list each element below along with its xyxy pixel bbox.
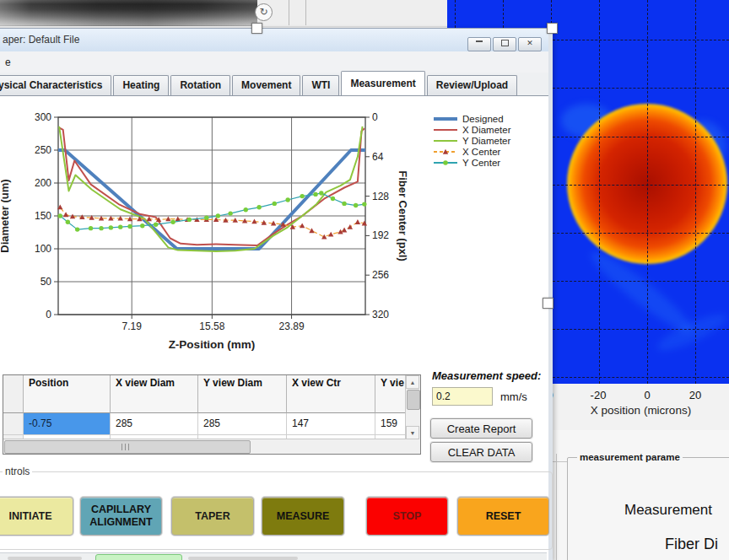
top-toolbar-panel bbox=[257, 0, 447, 27]
heatmap-gridline bbox=[503, 0, 504, 28]
legend-item: Designed bbox=[433, 113, 547, 124]
reset-button[interactable]: RESET bbox=[457, 497, 549, 536]
heatmap-x-axis-label: X position (microns) bbox=[553, 404, 729, 417]
toolbar-divider bbox=[305, 0, 306, 25]
table-cell[interactable]: 147 bbox=[287, 413, 375, 435]
svg-text:Z-Position (mm): Z-Position (mm) bbox=[169, 338, 256, 351]
svg-text:320: 320 bbox=[372, 309, 389, 320]
close-button[interactable]: ✕ bbox=[518, 37, 542, 51]
hscroll-grip bbox=[122, 444, 132, 450]
measurement-speed-label: Measurement speed: bbox=[432, 369, 541, 382]
column-header[interactable]: Position bbox=[24, 375, 111, 413]
file-menu[interactable]: e bbox=[2, 56, 14, 69]
restore-button[interactable] bbox=[493, 37, 516, 51]
legend-item: X Center bbox=[433, 146, 547, 157]
column-header[interactable]: Y vie bbox=[375, 375, 408, 413]
heatmap-gridline bbox=[695, 0, 696, 28]
tab-strip: ysical CharacteristicsHeatingRotationMov… bbox=[0, 73, 548, 95]
vscroll-thumb[interactable] bbox=[407, 390, 420, 410]
table-cell[interactable]: 159 bbox=[375, 413, 408, 435]
table-cell[interactable] bbox=[3, 413, 24, 435]
svg-text:0: 0 bbox=[372, 111, 378, 123]
svg-text:23.89: 23.89 bbox=[279, 320, 305, 332]
controls-group-label: ntrols bbox=[3, 466, 32, 477]
measurement-parameters-panel: measurement parame Measurement Fiber Di bbox=[553, 430, 729, 560]
tab-heating[interactable]: Heating bbox=[113, 75, 169, 95]
button-label: CAPILLARY ALIGNMENT bbox=[81, 503, 161, 529]
measurement-table[interactable]: ▲ ▼ ► PositionX view DiamY view DiamX vi… bbox=[3, 374, 421, 455]
svg-text:7.19: 7.19 bbox=[122, 320, 143, 332]
legend-label: Y Center bbox=[462, 158, 500, 168]
svg-text:Fiber Center (pxl): Fiber Center (pxl) bbox=[397, 170, 409, 261]
stop-button[interactable]: STOP bbox=[366, 497, 448, 536]
tab-rotation[interactable]: Rotation bbox=[170, 75, 230, 95]
scroll-down-icon[interactable]: ▼ bbox=[406, 426, 419, 439]
button-label: TAPER bbox=[192, 510, 233, 523]
bottom-green-button[interactable] bbox=[95, 554, 182, 560]
speed-unit-label: mm/s bbox=[500, 390, 527, 403]
svg-text:300: 300 bbox=[35, 111, 51, 123]
legend-label: X Diameter bbox=[462, 125, 511, 135]
minimize-icon bbox=[476, 40, 483, 45]
svg-text:256: 256 bbox=[372, 269, 389, 281]
tab-ysical-characteristics[interactable]: ysical Characteristics bbox=[0, 75, 111, 95]
initiate-button[interactable]: INITIATE bbox=[0, 497, 73, 536]
heatmap-gridline bbox=[553, 329, 729, 330]
measurement-speed-input[interactable] bbox=[432, 387, 493, 406]
svg-text:128: 128 bbox=[372, 191, 389, 202]
table-cell[interactable]: 285 bbox=[111, 413, 198, 435]
heatmap-window: X position (microns) 0-20020 measurement… bbox=[553, 28, 729, 560]
clear-data-button[interactable]: CLEAR DATA bbox=[430, 442, 532, 462]
heatmap-gridline bbox=[553, 40, 729, 40]
heatmap-gridline bbox=[695, 28, 696, 384]
tab-measurement[interactable]: Measurement bbox=[341, 71, 424, 95]
scroll-up-icon[interactable]: ▲ bbox=[406, 375, 419, 389]
heatmap-gridline bbox=[553, 137, 729, 137]
hscroll-thumb[interactable] bbox=[4, 440, 251, 454]
column-header[interactable]: X view Ctr bbox=[287, 375, 375, 413]
heatmap-gridline bbox=[553, 281, 729, 282]
heatmap-gridline bbox=[647, 28, 648, 384]
table-cell[interactable]: -0.75 bbox=[24, 413, 111, 435]
tab-movement[interactable]: Movement bbox=[232, 75, 300, 95]
heatmap-gridline bbox=[599, 0, 600, 28]
heatmap-gridline bbox=[553, 88, 729, 89]
minimize-button[interactable] bbox=[467, 37, 491, 51]
table-vertical-scrollbar[interactable]: ▲ ▼ bbox=[405, 375, 420, 439]
column-header[interactable]: X view Diam bbox=[111, 375, 198, 413]
rotate-glyph: ↻ bbox=[259, 6, 267, 18]
heatmap-x-tick: -20 bbox=[591, 389, 607, 401]
capillary-alignment-button[interactable]: CAPILLARY ALIGNMENT bbox=[80, 497, 162, 536]
panel-divider bbox=[556, 454, 557, 560]
heatmap-gridline bbox=[553, 377, 729, 378]
button-label: MEASURE bbox=[273, 510, 333, 523]
button-label: STOP bbox=[390, 510, 425, 523]
svg-text:100: 100 bbox=[35, 243, 51, 255]
legend-item: Y Diameter bbox=[433, 135, 547, 146]
title-bar[interactable]: aper: Default File ✕ bbox=[0, 29, 548, 51]
create-report-button[interactable]: Create Report bbox=[430, 418, 532, 439]
button-label: INITIATE bbox=[5, 510, 55, 523]
svg-text:150: 150 bbox=[35, 210, 51, 222]
rotate-handle-icon[interactable]: ↻ bbox=[255, 3, 273, 21]
measurement-parameters-label: measurement parame bbox=[577, 452, 683, 462]
fiber-d-text: Fiber Di bbox=[665, 536, 718, 553]
taper-button[interactable]: TAPER bbox=[171, 497, 254, 536]
column-header[interactable]: Y view Diam bbox=[198, 375, 287, 413]
legend-label: X Center bbox=[462, 147, 500, 157]
table-horizontal-scrollbar[interactable]: ► bbox=[3, 439, 406, 454]
button-label: RESET bbox=[483, 510, 525, 523]
table-row[interactable]: -0.75285285147159 bbox=[3, 413, 420, 435]
tab-review-upload[interactable]: Review/Upload bbox=[427, 75, 517, 95]
measure-button[interactable]: MEASURE bbox=[262, 497, 344, 536]
selection-handle[interactable] bbox=[251, 23, 262, 34]
selection-handle[interactable] bbox=[547, 23, 558, 34]
tab-wti[interactable]: WTI bbox=[302, 75, 339, 95]
selection-handle[interactable] bbox=[543, 298, 554, 309]
svg-text:50: 50 bbox=[40, 276, 52, 288]
svg-text:64: 64 bbox=[372, 151, 384, 163]
svg-text:200: 200 bbox=[35, 177, 51, 189]
table-cell[interactable]: 285 bbox=[198, 413, 287, 435]
column-header[interactable] bbox=[3, 375, 24, 413]
svg-text:250: 250 bbox=[35, 144, 51, 156]
